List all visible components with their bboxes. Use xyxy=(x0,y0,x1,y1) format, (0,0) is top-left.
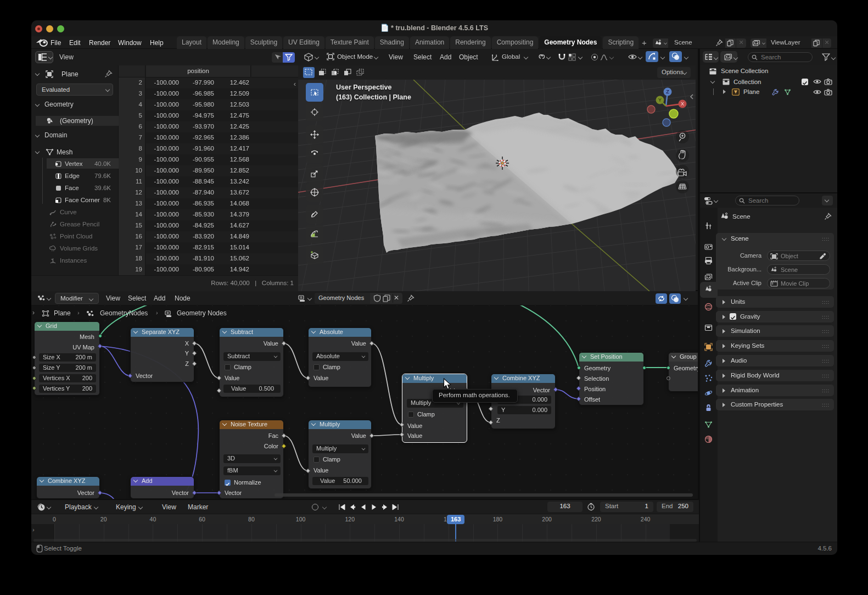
svg-text:X: X xyxy=(681,101,684,107)
svg-text:Y: Y xyxy=(658,97,662,103)
svg-text:Z: Z xyxy=(666,89,669,94)
